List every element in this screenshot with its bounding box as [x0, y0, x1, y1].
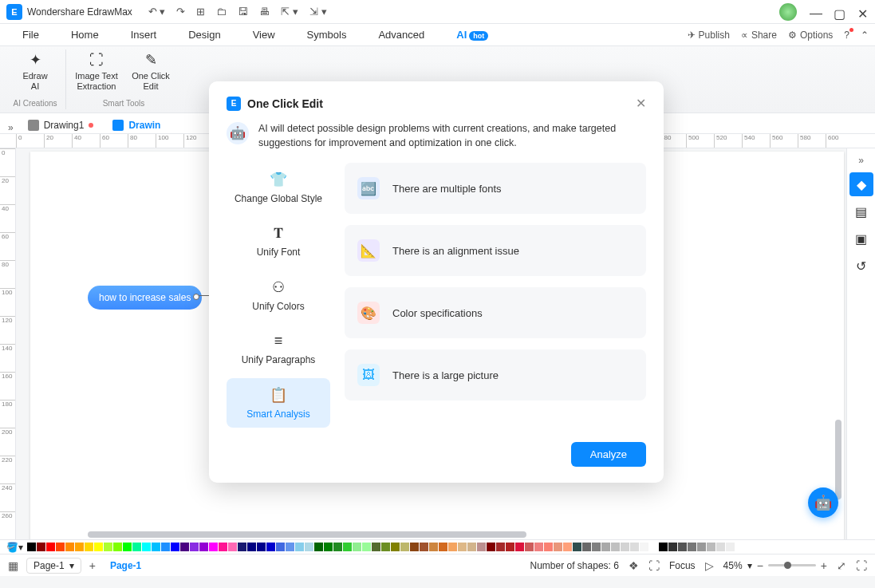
- color-swatch[interactable]: [391, 543, 400, 551]
- color-swatch[interactable]: [276, 543, 285, 551]
- color-swatch[interactable]: [247, 543, 256, 551]
- color-swatch[interactable]: [219, 543, 227, 551]
- color-swatch[interactable]: [573, 543, 581, 551]
- color-swatch[interactable]: [410, 543, 419, 551]
- share-button[interactable]: ∝Share: [741, 30, 777, 41]
- page-selector[interactable]: Page-1▾: [26, 558, 81, 574]
- menu-view[interactable]: View: [237, 26, 291, 44]
- color-swatch[interactable]: [429, 543, 438, 551]
- color-swatch[interactable]: [65, 543, 74, 551]
- color-swatch[interactable]: [621, 543, 629, 551]
- play-icon[interactable]: ▷: [705, 559, 714, 572]
- color-swatch[interactable]: [113, 543, 122, 551]
- page-panel-icon[interactable]: ▤: [849, 199, 873, 223]
- color-swatch[interactable]: [266, 543, 275, 551]
- color-swatch[interactable]: [94, 543, 103, 551]
- document-tab[interactable]: Drawing1: [18, 117, 104, 133]
- color-swatch[interactable]: [104, 543, 112, 551]
- color-swatch[interactable]: [333, 543, 342, 551]
- unify-font-option[interactable]: 𝐓Unify Font: [227, 217, 330, 266]
- color-swatch[interactable]: [257, 543, 266, 551]
- color-swatch[interactable]: [161, 543, 170, 551]
- ai-assistant-fab[interactable]: 🤖: [808, 487, 838, 518]
- color-swatch[interactable]: [611, 543, 620, 551]
- analyze-button[interactable]: Analyze: [571, 442, 646, 467]
- color-swatch[interactable]: [420, 543, 428, 551]
- color-swatch[interactable]: [678, 543, 687, 551]
- save-icon[interactable]: 🖫: [238, 6, 248, 18]
- color-swatch[interactable]: [46, 543, 55, 551]
- open-icon[interactable]: 🗀: [216, 6, 227, 18]
- issue-item[interactable]: 🖼There is a large picture: [345, 349, 646, 401]
- color-swatch[interactable]: [132, 543, 141, 551]
- zoom-in-icon[interactable]: +: [821, 559, 827, 572]
- color-swatch[interactable]: [190, 543, 199, 551]
- color-swatch[interactable]: [668, 543, 677, 551]
- color-swatch[interactable]: [238, 543, 246, 551]
- color-swatch[interactable]: [525, 543, 534, 551]
- edraw-ai-tool[interactable]: ✦Edraw AI: [10, 51, 61, 91]
- color-swatch[interactable]: [56, 543, 65, 551]
- color-swatch[interactable]: [649, 543, 658, 551]
- color-swatch[interactable]: [209, 543, 218, 551]
- dialog-close-icon[interactable]: ✕: [636, 96, 646, 111]
- color-swatch[interactable]: [707, 543, 715, 551]
- color-swatch[interactable]: [496, 543, 505, 551]
- menu-ai[interactable]: AIhot: [440, 26, 504, 44]
- color-swatch[interactable]: [372, 543, 380, 551]
- menu-file[interactable]: File: [6, 26, 55, 44]
- zoom-slider[interactable]: [768, 564, 816, 566]
- color-swatch[interactable]: [467, 543, 476, 551]
- vertical-scrollbar[interactable]: [835, 148, 843, 539]
- color-swatch[interactable]: [400, 543, 409, 551]
- focus-label[interactable]: Focus: [669, 560, 696, 571]
- shape-pill[interactable]: how to increase sales: [88, 286, 202, 310]
- color-swatch[interactable]: [362, 543, 371, 551]
- paint-bucket-icon[interactable]: 🪣▾: [6, 542, 23, 553]
- collapse-ribbon-icon[interactable]: ⌃: [861, 30, 869, 41]
- color-swatch[interactable]: [180, 543, 189, 551]
- color-swatch[interactable]: [199, 543, 208, 551]
- color-swatch[interactable]: [659, 543, 668, 551]
- color-swatch[interactable]: [353, 543, 361, 551]
- color-swatch[interactable]: [534, 543, 543, 551]
- color-swatch[interactable]: [286, 543, 294, 551]
- color-swatch[interactable]: [688, 543, 696, 551]
- issue-item[interactable]: 🔤There are multiple fonts: [345, 163, 646, 214]
- color-swatch[interactable]: [27, 543, 36, 551]
- publish-button[interactable]: ✈Publish: [688, 30, 730, 41]
- color-swatch[interactable]: [305, 543, 313, 551]
- help-icon[interactable]: ?: [844, 30, 849, 41]
- color-swatch[interactable]: [515, 543, 524, 551]
- close-icon[interactable]: ✕: [857, 6, 869, 18]
- color-swatch[interactable]: [324, 543, 333, 551]
- color-swatch[interactable]: [228, 543, 237, 551]
- fullscreen-icon[interactable]: ⛶: [856, 559, 867, 572]
- color-swatch[interactable]: [697, 543, 706, 551]
- unify-paragraphs-option[interactable]: ≡Unify Paragraphs: [227, 325, 330, 373]
- image-text-extraction-tool[interactable]: ⛶Image Text Extraction: [71, 51, 122, 91]
- add-page-icon[interactable]: +: [89, 559, 96, 572]
- color-swatch[interactable]: [630, 543, 639, 551]
- color-swatch[interactable]: [544, 543, 553, 551]
- menu-design[interactable]: Design: [172, 26, 236, 44]
- collapse-panel-icon[interactable]: »: [855, 152, 867, 169]
- undo-icon[interactable]: ↶ ▾: [148, 6, 166, 18]
- zoom-out-icon[interactable]: −: [757, 559, 763, 572]
- color-swatch[interactable]: [85, 543, 93, 551]
- document-tab[interactable]: Drawin: [103, 117, 170, 133]
- horizontal-scrollbar[interactable]: [88, 531, 526, 538]
- color-swatch[interactable]: [716, 543, 725, 551]
- smart-analysis-option[interactable]: 📋Smart Analysis: [227, 378, 330, 428]
- color-swatch[interactable]: [458, 543, 467, 551]
- color-swatch[interactable]: [123, 543, 132, 551]
- export-icon[interactable]: ⇱ ▾: [281, 6, 298, 18]
- layers-icon[interactable]: ❖: [629, 559, 639, 572]
- redo-icon[interactable]: ↷: [176, 6, 185, 18]
- color-swatch[interactable]: [563, 543, 572, 551]
- menu-symbols[interactable]: Symbols: [291, 26, 363, 44]
- history-panel-icon[interactable]: ↺: [849, 254, 873, 278]
- unify-colors-option[interactable]: ⚇Unify Colors: [227, 270, 330, 320]
- new-icon[interactable]: ⊞: [196, 6, 205, 18]
- color-swatch[interactable]: [142, 543, 151, 551]
